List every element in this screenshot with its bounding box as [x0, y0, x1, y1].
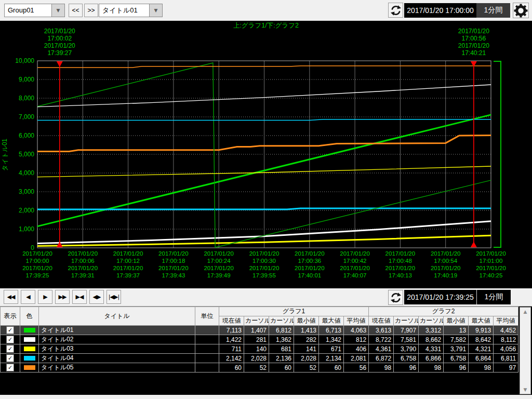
- graph1-value-cell: 2,028: [244, 354, 269, 363]
- unit-cell: [195, 326, 219, 335]
- cursors-inward-button[interactable]: ▶◀: [72, 290, 87, 304]
- graph2-value-cell: 4,331: [419, 344, 444, 354]
- table-row[interactable]: ✓タイトル05605260526056989698969897: [1, 363, 518, 373]
- graph2-value-cell: 6,872: [369, 354, 394, 363]
- show-cell: ✓: [1, 344, 20, 354]
- chevron-down-icon[interactable]: ▼: [51, 4, 64, 17]
- graph1-value-cell: 406: [344, 344, 369, 354]
- cursors-to-edges-button[interactable]: |◀▶|: [107, 290, 121, 304]
- x-tick-time-graph1: 17:00:54: [434, 258, 457, 264]
- sub-header: 現在値: [219, 316, 244, 326]
- graph2-value-cell: 3,312: [419, 326, 444, 335]
- row-visibility-checkbox[interactable]: ✓: [6, 345, 14, 353]
- values-table-region: 表示色タイトル単位グラフ1グラフ2現在値カーソルカーソル最小値最大値平均値現在値…: [0, 306, 532, 395]
- cursor-handle-bottom-2[interactable]: [471, 242, 477, 247]
- graph1-value-cell: 2,081: [344, 354, 369, 363]
- x-tick-time-graph1: 17:00:24: [207, 258, 231, 264]
- graph2-value-cell: 4,056: [494, 344, 518, 354]
- x-tick-date: 2017/01/20: [385, 250, 416, 257]
- interval-button-bottom[interactable]: 1分間: [477, 290, 511, 304]
- graph2-value-cell: 8,662: [419, 335, 444, 344]
- x-tick-time-graph1: 17:00:30: [252, 258, 276, 264]
- y-tick-label: 1,000: [19, 225, 34, 233]
- chevron-down-icon[interactable]: ▼: [149, 4, 162, 17]
- scroll-down-icon[interactable]: ▼: [520, 387, 530, 392]
- table-row[interactable]: ✓タイトル037111406811416714064,3613,7904,331…: [1, 344, 518, 354]
- y-axis-title: タイトル01: [1, 138, 8, 171]
- interval-button[interactable]: 1分間: [476, 3, 510, 18]
- graph1-value-cell: 711: [219, 344, 244, 354]
- table-row[interactable]: ✓タイトル017,1131,4076,8121,4136,7134,0633,6…: [1, 326, 518, 335]
- prev-group-button[interactable]: <<: [69, 4, 83, 17]
- graph1-value-cell: 1,413: [294, 326, 319, 335]
- graph2-value-cell: 4,361: [369, 344, 394, 354]
- row-visibility-checkbox[interactable]: ✓: [6, 336, 14, 343]
- y-tick-label: 8,000: [19, 95, 34, 102]
- graph2-value-cell: 6,864: [469, 354, 494, 363]
- col-header-title: タイトル: [39, 307, 195, 326]
- row-visibility-checkbox[interactable]: ✓: [6, 326, 14, 334]
- table-row[interactable]: ✓タイトル042,1422,0282,1362,0282,1342,0816,8…: [1, 354, 518, 363]
- refresh-button[interactable]: [388, 3, 403, 18]
- graph2-value-cell: 4,452: [494, 326, 518, 335]
- scroll-up-icon[interactable]: ▲: [520, 309, 530, 314]
- group-header-graph1: グラフ1: [219, 307, 369, 316]
- col-header-unit: 単位: [195, 307, 219, 326]
- step-forward-button[interactable]: ▶: [38, 290, 52, 304]
- graph2-value-cell: 3,791: [444, 344, 469, 354]
- graph1-value-cell: 281: [244, 335, 269, 344]
- refresh-button-bottom[interactable]: [388, 290, 403, 305]
- cursor-time-label: 2017/01/20: [458, 42, 489, 49]
- unit-cell: [195, 335, 219, 344]
- fast-forward-button[interactable]: ▶▶: [55, 290, 70, 304]
- graph2-value-cell: 96: [444, 363, 469, 373]
- graph2-value-cell: 3,790: [394, 344, 419, 354]
- cursors-outward-button[interactable]: ◀▶: [89, 290, 104, 304]
- graph2-value-cell: 4,321: [469, 344, 494, 354]
- row-visibility-checkbox[interactable]: ✓: [6, 354, 14, 362]
- x-tick-date: 2017/01/20: [431, 250, 461, 257]
- series-title-cell: タイトル03: [39, 344, 195, 354]
- x-tick-date: 2017/01/20: [249, 250, 280, 257]
- x-tick-time-graph2: 17:40:01: [298, 272, 321, 278]
- graph1-value-cell: 52: [294, 363, 319, 373]
- cursor-handle-top-1[interactable]: [57, 61, 63, 67]
- graph2-value-cell: 6,866: [419, 354, 444, 363]
- trend-chart-canvas[interactable]: 上:グラフ1/下:グラフ201,0002,0003,0004,0005,0006…: [0, 21, 532, 288]
- sub-header: 平均値: [494, 316, 518, 326]
- x-tick-date: 2017/01/20: [158, 265, 189, 271]
- graph2-value-cell: 7,582: [444, 335, 469, 344]
- series-title-cell: タイトル01: [39, 326, 195, 335]
- row-visibility-checkbox[interactable]: ✓: [6, 364, 14, 371]
- group-select[interactable]: Group01 ▼: [4, 4, 65, 17]
- sub-header: カーソル: [394, 316, 419, 326]
- x-tick-date: 2017/01/20: [158, 250, 189, 257]
- graph1-value-cell: 7,113: [219, 326, 244, 335]
- playback-controls: ◀◀◀▶▶▶▶◀◀▶|◀▶|: [4, 290, 121, 304]
- start-datetime-display[interactable]: 2017/01/20 17:00:00: [404, 3, 476, 18]
- x-tick-date: 2017/01/20: [476, 250, 506, 257]
- graph1-value-cell: 1,342: [319, 335, 344, 344]
- x-tick-date: 2017/01/20: [295, 265, 325, 271]
- settings-button[interactable]: [513, 3, 529, 18]
- graph1-value-cell: 681: [269, 344, 294, 354]
- table-row[interactable]: ✓タイトル021,4222811,3622821,3428128,7227,58…: [1, 335, 518, 344]
- y-tick-label: 7,000: [19, 113, 34, 121]
- graph1-value-cell: 282: [294, 335, 319, 344]
- unit-cell: [195, 363, 219, 373]
- cursor-time-label: 2017/01/20: [44, 28, 75, 35]
- gear-icon: [514, 4, 528, 18]
- x-tick-time-graph1: 17:01:00: [480, 258, 503, 264]
- x-tick-date: 2017/01/20: [476, 265, 506, 271]
- fast-rewind-button[interactable]: ◀◀: [4, 290, 18, 304]
- title-select[interactable]: タイトル01 ▼: [99, 4, 163, 17]
- next-group-button[interactable]: >>: [84, 4, 98, 17]
- sub-header: 最小値: [444, 316, 469, 326]
- step-back-button[interactable]: ◀: [21, 290, 35, 304]
- cursor-datetime-display[interactable]: 2017/01/20 17:39:25: [404, 290, 477, 304]
- graph2-value-cell: 96: [394, 363, 419, 373]
- x-tick-time-graph2: 17:39:55: [252, 272, 276, 278]
- table-scrollbar[interactable]: ▲ ▼: [520, 307, 531, 394]
- x-tick-time-graph2: 17:39:31: [71, 272, 95, 278]
- status-strip: [0, 395, 532, 399]
